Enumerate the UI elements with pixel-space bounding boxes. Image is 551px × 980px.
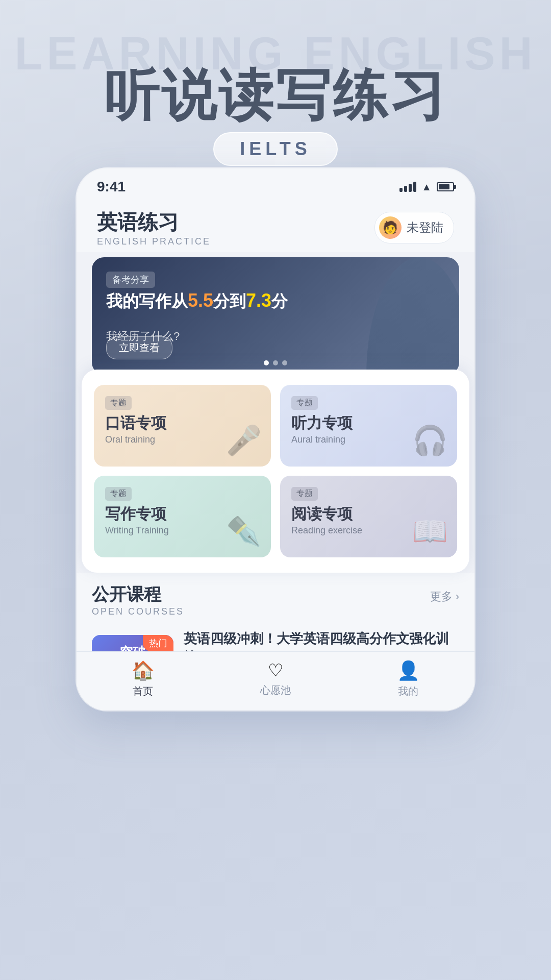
nav-label-mine: 我的 xyxy=(398,684,418,698)
section-title-block: 公开课程 OPEN COURSES xyxy=(92,583,184,617)
section-more-link[interactable]: 更多 › xyxy=(430,589,459,604)
app-title-en: ENGLISH PRACTICE xyxy=(97,236,211,247)
reading-tag: 专题 xyxy=(291,487,318,501)
book-icon: 📖 xyxy=(412,514,448,548)
banner-cta-button[interactable]: 立即查看 xyxy=(106,336,172,359)
user-login-text: 未登陆 xyxy=(407,219,443,236)
pen-icon: ✒️ xyxy=(226,514,262,548)
banner-person xyxy=(327,257,459,375)
hero-ielts-text: IELTS xyxy=(240,138,311,159)
heart-icon: ♡ xyxy=(268,660,283,680)
banner-dots xyxy=(264,360,287,365)
subject-card: 专题 口语专项 Oral training 🎤 专题 听力专项 Aural tr… xyxy=(82,370,469,573)
hero-section: LEARNING ENGLISH 听说读写练习 IELTS xyxy=(0,31,551,166)
wifi-icon: ▲ xyxy=(421,181,432,193)
microphone-icon: 🎤 xyxy=(226,424,262,457)
banner-score1: 5.5 xyxy=(188,290,213,311)
subject-grid: 专题 口语专项 Oral training 🎤 专题 听力专项 Aural tr… xyxy=(94,385,457,557)
headphones-icon: 🎧 xyxy=(412,424,448,457)
banner-container[interactable]: 备考分享 我的写作从5.5分到7.3分 我经历了什么? 立即查看 xyxy=(92,257,459,375)
nav-item-wishpool[interactable]: ♡ 心愿池 xyxy=(209,660,342,698)
app-header: 英语练习 ENGLISH PRACTICE 🧑 未登陆 xyxy=(77,200,474,252)
nav-label-home: 首页 xyxy=(133,684,153,698)
banner-score2: 7.3 xyxy=(246,290,271,311)
subject-tile-writing[interactable]: 专题 写作专项 Writing Training ✒️ xyxy=(94,476,271,557)
hot-badge: 热门 xyxy=(143,635,173,651)
section-header: 公开课程 OPEN COURSES 更多 › xyxy=(92,583,459,617)
hero-ielts-badge: IELTS xyxy=(213,132,337,166)
signal-bars-icon xyxy=(399,182,416,192)
phone-mockup: 9:41 ▲ 英语练习 ENGLISH PRACTICE 🧑 未登陆 备考分享 xyxy=(77,168,474,710)
section-title-en: OPEN COURSES xyxy=(92,606,184,617)
user-login-button[interactable]: 🧑 未登陆 xyxy=(374,212,454,243)
status-bar: 9:41 ▲ xyxy=(77,168,474,200)
status-time: 9:41 xyxy=(97,179,126,195)
banner-tag: 备考分享 xyxy=(106,272,155,288)
user-avatar: 🧑 xyxy=(379,216,402,239)
subject-tile-reading[interactable]: 专题 阅读专项 Reading exercise 📖 xyxy=(280,476,457,557)
oral-tag: 专题 xyxy=(105,396,132,410)
subject-tile-oral[interactable]: 专题 口语专项 Oral training 🎤 xyxy=(94,385,271,467)
bottom-nav: 🏠 首页 ♡ 心愿池 👤 我的 xyxy=(77,651,474,710)
nav-item-home[interactable]: 🏠 首页 xyxy=(77,660,209,698)
aural-tag: 专题 xyxy=(291,396,318,410)
nav-label-wishpool: 心愿池 xyxy=(260,683,291,697)
banner-title: 我的写作从5.5分到7.3分 xyxy=(106,288,288,313)
writing-tag: 专题 xyxy=(105,487,132,501)
subject-tile-aural[interactable]: 专题 听力专项 Aural training 🎧 xyxy=(280,385,457,467)
app-title-block: 英语练习 ENGLISH PRACTICE xyxy=(97,208,211,247)
home-icon: 🏠 xyxy=(132,660,155,681)
user-icon: 👤 xyxy=(397,660,420,681)
app-title-cn: 英语练习 xyxy=(97,208,211,236)
section-title-cn: 公开课程 xyxy=(92,583,184,606)
battery-icon xyxy=(437,182,454,191)
status-icons: ▲ xyxy=(399,181,454,193)
nav-item-mine[interactable]: 👤 我的 xyxy=(342,660,474,698)
